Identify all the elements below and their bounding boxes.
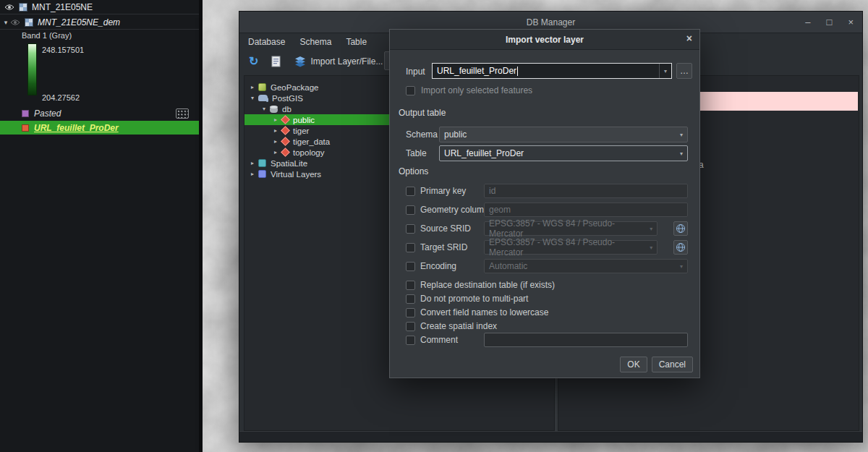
ok-button[interactable]: OK [620,357,647,372]
dropdown-arrow-icon [676,132,687,138]
menu-table[interactable]: Table [346,37,367,47]
close-button[interactable]: × [848,17,854,27]
expander-icon[interactable] [271,127,280,134]
source-srid-checkbox[interactable] [406,224,415,234]
target-srid-combobox[interactable]: EPSG:3857 - WGS 84 / Pseudo-Mercator [484,240,658,255]
expander-icon[interactable]: ▾ [1,19,10,26]
tree-label: Virtual Layers [271,170,321,179]
option-label: Convert field names to lowercase [420,307,548,317]
option-label: Do not promote to multi-part [420,294,528,304]
dropdown-arrow-icon [645,244,657,251]
tree-label: tiger [293,127,309,135]
option-comment: Comment [406,333,688,347]
layer-row-mnt[interactable]: MNT_21E05NE [0,0,199,14]
schema-icon [281,148,290,157]
menu-database[interactable]: Database [248,37,285,47]
expander-icon[interactable] [271,149,280,155]
tree-label: SpatiaLite [271,159,307,168]
table-combobox[interactable]: URL_feuillet_ProDer [439,145,688,161]
minimize-button[interactable]: – [805,17,810,27]
vector-layer-swatch [22,110,29,117]
geopackage-icon [258,83,266,91]
input-combobox[interactable]: URL_feuillet_ProDer [432,63,672,79]
comment-checkbox[interactable] [406,336,415,345]
replace-table-checkbox[interactable] [406,281,415,290]
layer-row-dem[interactable]: ▾ MNT_21E05NE_dem [0,15,199,30]
lowercase-fields-checkbox[interactable] [406,308,415,317]
option-geometry-column: Geometry column geom [406,202,688,217]
geometry-column-checkbox[interactable] [406,205,415,215]
layer-name: Pasted [34,108,61,119]
srid-value: EPSG:3857 - WGS 84 / Pseudo-Mercator [489,237,645,257]
expander-icon[interactable] [260,106,268,112]
layer-row-pasted[interactable]: Pasted [0,106,199,120]
layer-name: MNT_21E05NE [32,2,93,12]
layer-grid-indicator-icon[interactable] [176,108,189,119]
schema-icon [281,126,290,135]
encoding-checkbox[interactable] [406,262,415,271]
geometry-column-field[interactable]: geom [484,202,688,217]
menu-schema[interactable]: Schema [299,37,331,47]
globe-icon [676,223,686,234]
import-layer-label: Import Layer/File... [310,56,383,67]
option-label: Encoding [420,261,456,271]
schema-value: public [444,129,467,140]
window-title: DB Manager [527,17,575,27]
option-lowercase-fields: Convert field names to lowercase [406,305,688,320]
expander-icon[interactable] [271,138,280,145]
option-label: Source SRID [420,223,471,234]
no-multipart-checkbox[interactable] [406,294,415,304]
option-replace-table: Replace destination table (if exists) [406,278,688,292]
encoding-combobox[interactable]: Automatic [484,259,688,273]
vector-layer-swatch [22,124,29,132]
import-only-selected-label: Import only selected features [421,85,532,95]
refresh-button[interactable]: ↻ [247,54,260,69]
color-ramp [27,43,37,95]
tree-label: public [293,116,315,124]
option-source-srid: Source SRID EPSG:3857 - WGS 84 / Pseudo-… [406,221,688,236]
option-label: Comment [420,335,458,345]
dropdown-arrow-icon[interactable] [659,64,671,78]
tree-label: topology [293,148,324,157]
expander-icon[interactable] [271,116,280,123]
primary-key-field[interactable]: id [484,184,688,198]
maximize-button[interactable]: □ [827,17,833,27]
srid-value: EPSG:3857 - WGS 84 / Pseudo-Mercator [489,218,645,239]
cancel-button[interactable]: Cancel [652,357,693,372]
visibility-eye-icon-dim[interactable] [10,19,20,26]
primary-key-checkbox[interactable] [406,187,415,196]
import-only-selected-checkbox[interactable] [406,86,415,95]
option-label: Target SRID [420,242,467,252]
import-vector-layer-dialog: Import vector layer × Input URL_feuillet… [389,29,700,378]
option-target-srid: Target SRID EPSG:3857 - WGS 84 / Pseudo-… [406,240,688,255]
refresh-icon: ↻ [249,56,258,67]
source-srid-combobox[interactable]: EPSG:3857 - WGS 84 / Pseudo-Mercator [484,221,658,236]
dialog-close-icon[interactable]: × [686,33,692,44]
options-section-label: Options [399,166,428,176]
select-crs-button[interactable] [673,221,688,236]
expander-icon[interactable] [248,84,257,90]
table-label: Table [406,148,427,158]
expander-icon[interactable] [248,160,257,166]
dialog-titlebar[interactable]: Import vector layer × [390,30,699,50]
band-label: Band 1 (Gray) [22,31,72,40]
target-srid-checkbox[interactable] [406,243,415,252]
browse-button[interactable]: … [676,63,692,79]
schema-label: Schema [406,129,438,140]
sql-document-icon [271,56,281,67]
database-icon [270,106,278,113]
select-crs-button[interactable] [673,240,688,255]
schema-combobox[interactable]: public [439,127,688,142]
visibility-eye-icon[interactable] [4,4,14,11]
import-layer-button[interactable]: Import Layer/File... [292,54,385,69]
tree-label: GeoPackage [271,83,319,92]
layer-row-selected[interactable]: URL_feuillet_ProDer [0,121,199,135]
tree-label: tiger_data [293,137,330,146]
sql-window-button[interactable] [269,54,284,69]
expander-icon[interactable] [248,95,257,101]
spatial-index-checkbox[interactable] [406,322,415,331]
raster-layer-icon [19,3,27,12]
expander-icon[interactable] [248,171,257,177]
dialog-title: Import vector layer [506,35,584,45]
comment-field[interactable] [484,333,688,347]
